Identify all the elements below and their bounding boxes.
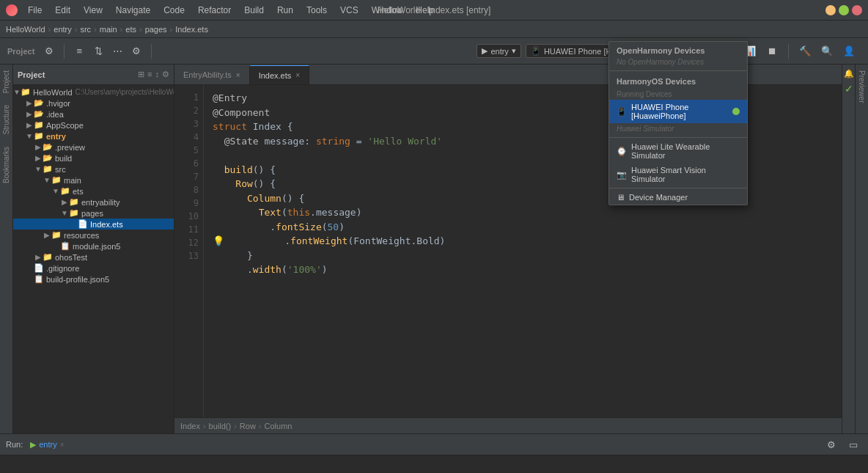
tree-label-buildprofile: build-profile.json5 [46, 275, 109, 284]
entry-selector[interactable]: ▶ entry ▾ [477, 44, 521, 58]
run-tab-close[interactable]: × [60, 441, 65, 449]
dd-item-smart-vision[interactable]: 📷 Huawei Smart Vision Simulator [609, 163, 747, 186]
tree-item-indexets[interactable]: ▶ 📄 Index.ets [13, 219, 174, 230]
tree-item-pages[interactable]: ▼ 📁 pages [13, 208, 174, 219]
tree-item-build[interactable]: ▶ 📂 build [13, 153, 174, 164]
editor-breadcrumb: Index › build() › Row › Column [174, 417, 842, 433]
project-icon-1[interactable]: ⊞ [138, 70, 144, 79]
tab-close-indexets[interactable]: × [295, 71, 300, 79]
menu-edit[interactable]: Edit [49, 4, 76, 17]
folder-icon-main: 📁 [51, 175, 62, 185]
menu-vcs[interactable]: VCS [334, 4, 364, 17]
tree-item-idea[interactable]: ▶ 📂 .idea [13, 109, 174, 120]
tree-item-gitignore[interactable]: ▶ 📄 .gitignore [13, 263, 174, 274]
project-toolbar-group: Project [4, 47, 37, 56]
tree-item-ohostest[interactable]: ▶ 📁 ohosTest [13, 252, 174, 263]
tree-item-entry[interactable]: ▼ 📁 entry [13, 131, 174, 142]
window-title: HelloWorld - Index.ets [entry] [378, 5, 491, 15]
toolbar-structure-btn[interactable]: ≡ [70, 43, 88, 60]
toolbar-settings-btn[interactable]: ⚙ [40, 43, 58, 60]
editor-bc-0[interactable]: Index [180, 422, 200, 430]
previewer-label[interactable]: Previewer [856, 65, 867, 109]
tree-item-hvigor[interactable]: ▶ 📂 .hvigor [13, 98, 174, 109]
tree-item-appscope[interactable]: ▶ 📁 AppScope [13, 120, 174, 131]
breadcrumb-item-5[interactable]: pages [145, 25, 167, 34]
user-btn[interactable]: 👤 [840, 43, 858, 60]
tab-indexets[interactable]: Index.ets × [250, 65, 309, 84]
file-icon-indexets: 📄 [78, 219, 88, 229]
search-btn[interactable]: 🔍 [818, 43, 836, 60]
dd-item-lite-wearable[interactable]: ⌚ Huawei Lite Wearable Simulator [609, 139, 747, 163]
notifications-panel: 🔔 ✓ [842, 65, 855, 433]
tree-label-appscope: AppScope [46, 121, 84, 130]
code-line-10: .fontSize(50) [213, 220, 833, 235]
breadcrumb-item-3[interactable]: main [100, 25, 117, 34]
tree-item-helloworld[interactable]: ▼ 📁 HelloWorld C:\Users\amy\projects\Hel… [13, 87, 174, 98]
tree-item-ets[interactable]: ▼ 📁 ets [13, 186, 174, 197]
tree-label-ohostest: ohosTest [55, 253, 87, 262]
menu-view[interactable]: View [78, 4, 108, 17]
breadcrumb-item-6[interactable]: Index.ets [175, 25, 208, 34]
tree-item-buildprofile[interactable]: ▶ 📋 build-profile.json5 [13, 274, 174, 285]
dd-item-huawei-phone[interactable]: 📱 HUAWEI Phone [HuaweiPhone] [609, 100, 747, 123]
folder-icon-ets: 📁 [60, 186, 70, 196]
tab-entryability[interactable]: EntryAbility.ts × [174, 65, 250, 84]
maximize-button[interactable] [839, 5, 849, 15]
run-settings-btn[interactable]: ⚙ [823, 436, 840, 453]
project-icon-2[interactable]: ≡ [147, 70, 152, 79]
entry-selector-label: entry [490, 47, 508, 56]
dd-item-device-manager[interactable]: 🖥 Device Manager [609, 190, 747, 205]
menu-file[interactable]: File [22, 4, 48, 17]
arrow-entry: ▼ [25, 132, 34, 140]
dd-sep-3 [609, 188, 747, 188]
dd-huawei-phone-label: HUAWEI Phone [HuaweiPhone] [631, 103, 728, 120]
tree-label-idea: .idea [46, 110, 64, 119]
file-icon-buildprofile: 📋 [34, 274, 44, 284]
menu-build[interactable]: Build [238, 4, 270, 17]
toolbar-settings2-btn[interactable]: ⚙ [128, 43, 145, 60]
tree-item-modulejson5[interactable]: ▶ 📋 module.json5 [13, 241, 174, 252]
editor-bc-3[interactable]: Column [265, 422, 293, 430]
run-tab-label: entry [39, 440, 56, 449]
editor-bc-2[interactable]: Row [240, 422, 256, 430]
editor-bc-1[interactable]: build() [209, 422, 232, 430]
tree-item-resources[interactable]: ▶ 📁 resources [13, 230, 174, 241]
toolbar-more-btn[interactable]: ⋯ [108, 43, 126, 60]
breadcrumb-item-0[interactable]: HelloWorld [6, 25, 45, 34]
notifications-icon[interactable]: 🔔 [842, 65, 856, 83]
breadcrumb-item-4[interactable]: ets [125, 25, 136, 34]
project-icon-3[interactable]: ↕ [155, 70, 160, 79]
tab-close-entryability[interactable]: × [236, 71, 240, 79]
run-output[interactable] [0, 455, 868, 473]
arrow-build: ▶ [34, 154, 43, 162]
menu-code[interactable]: Code [158, 4, 191, 17]
structure-sidebar-label[interactable]: Structure [1, 99, 12, 141]
tree-item-src[interactable]: ▼ 📁 src [13, 164, 174, 175]
project-icon-4[interactable]: ⚙ [162, 70, 169, 79]
tree-label-build: build [55, 154, 72, 163]
arrow-ohostest: ▶ [34, 253, 43, 261]
run-tab-entry[interactable]: ▶ entry × [27, 440, 67, 450]
build-btn[interactable]: 🔨 [796, 43, 814, 60]
tree-label-src: src [55, 165, 66, 174]
bookmarks-sidebar-label[interactable]: Bookmarks [1, 141, 12, 189]
close-button[interactable] [852, 5, 862, 15]
stop-button[interactable]: ⏹ [763, 43, 781, 60]
breadcrumb-item-2[interactable]: src [80, 25, 91, 34]
menu-navigate[interactable]: Navigate [110, 4, 156, 17]
menu-refactor[interactable]: Refactor [192, 4, 237, 17]
folder-icon-ohostest: 📁 [43, 252, 53, 262]
toolbar-arrow-btn[interactable]: ⇅ [89, 43, 107, 60]
tree-item-preview[interactable]: ▶ 📂 .preview [13, 142, 174, 153]
arrow-hvigor: ▶ [25, 99, 34, 107]
breadcrumb-item-1[interactable]: entry [54, 25, 71, 34]
project-sidebar-label[interactable]: Project [1, 65, 12, 99]
menu-run[interactable]: Run [271, 4, 299, 17]
folder-icon-build: 📂 [43, 153, 53, 163]
line-num-1: 1 [174, 91, 199, 104]
menu-tools[interactable]: Tools [301, 4, 333, 17]
minimize-button[interactable] [825, 5, 836, 15]
run-maximize-btn[interactable]: ▭ [845, 436, 862, 453]
tree-item-entryability[interactable]: ▶ 📁 entryability [13, 197, 174, 208]
tree-item-main[interactable]: ▼ 📁 main [13, 175, 174, 186]
